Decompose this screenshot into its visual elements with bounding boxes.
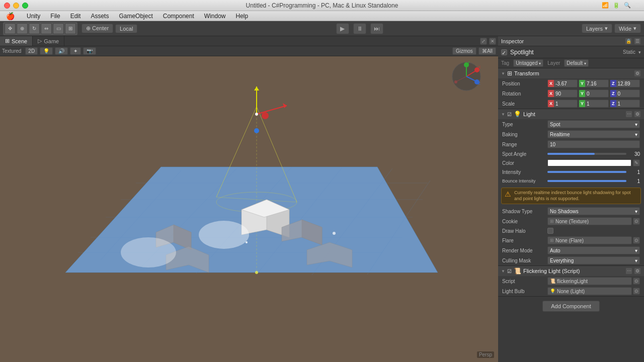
flare-field[interactable]: ⊞ None (Flare): [547, 236, 632, 244]
flickering-light-header[interactable]: ▼ ☑ 📜 Flickering Light (Script) ⋯ ⚙: [498, 266, 644, 276]
scale-x-field[interactable]: X 1: [547, 100, 578, 108]
light-type-dropdown[interactable]: Spot ▾: [547, 120, 640, 128]
range-field[interactable]: 10: [547, 140, 640, 148]
pause-button[interactable]: ⏸: [353, 23, 366, 34]
static-dropdown-icon[interactable]: ▾: [638, 50, 641, 55]
multi-tool[interactable]: ⊞: [65, 23, 76, 34]
shadow-type-dropdown[interactable]: No Shadows ▾: [547, 207, 640, 215]
flickering-dot-btn[interactable]: ⋯: [625, 267, 632, 275]
layer-dropdown[interactable]: Default ▾: [564, 59, 588, 67]
transform-settings-btn[interactable]: ⚙: [634, 70, 641, 77]
step-button[interactable]: ⏭: [370, 23, 383, 34]
inspector-menu-btn[interactable]: ☰: [634, 38, 641, 45]
inspector-scroll[interactable]: ✓ Spotlight Static ▾ Tag Untagged ▾ Laye…: [498, 46, 644, 362]
flare-select-btn[interactable]: ⊙: [633, 237, 640, 244]
tab-game[interactable]: ▷ Game: [33, 36, 64, 46]
light-checkbox[interactable]: ☑: [507, 112, 512, 117]
flickering-light-component: ▼ ☑ 📜 Flickering Light (Script) ⋯ ⚙ Scri…: [498, 266, 644, 297]
scale-z-val: 1: [616, 101, 640, 107]
apple-menu[interactable]: 🍎: [2, 12, 19, 21]
scene-viewport[interactable]: X Y Z Persp: [0, 56, 498, 362]
space-button[interactable]: Local: [115, 24, 137, 33]
flickering-checkbox[interactable]: ☑: [507, 268, 512, 274]
menu-icon[interactable]: ☰: [635, 2, 640, 9]
spot-angle-slider[interactable]: [547, 153, 626, 155]
add-component-button[interactable]: Add Component: [542, 301, 600, 312]
pivot-button[interactable]: ⊕ Center: [82, 24, 113, 33]
inspector-lock-btn[interactable]: 🔒: [625, 38, 632, 45]
tab-scene[interactable]: ⊞ Scene: [0, 36, 33, 46]
inspector-header: Inspector 🔒 ☰: [498, 36, 644, 46]
rot-y-field[interactable]: Y 0: [579, 89, 609, 98]
scale-tool[interactable]: ⇔: [41, 23, 52, 34]
cookie-select-btn[interactable]: ⊙: [633, 218, 640, 225]
pos-z-field[interactable]: Z 12.89: [610, 79, 640, 87]
cookie-label: Cookie: [502, 219, 547, 224]
menu-unity[interactable]: Unity: [23, 12, 44, 20]
intensity-slider[interactable]: [547, 171, 626, 173]
baking-dropdown[interactable]: Realtime ▾: [547, 130, 640, 138]
maximize-viewport-btn[interactable]: ⤢: [480, 38, 487, 45]
close-button[interactable]: [4, 3, 10, 9]
color-field[interactable]: [547, 159, 631, 166]
gizmos-button[interactable]: Gizmos: [452, 47, 476, 55]
light-bulb-field[interactable]: 💡 None (Light): [547, 287, 632, 295]
script-select-btn[interactable]: ⊙: [633, 278, 640, 285]
cookie-field[interactable]: ⊞ None (Texture): [547, 217, 632, 225]
menu-help[interactable]: Help: [231, 12, 252, 20]
light-bulb-select-btn[interactable]: ⊙: [633, 288, 640, 295]
draw-halo-checkbox[interactable]: [547, 228, 553, 234]
persp-label[interactable]: Persp: [477, 351, 494, 358]
audio-toggle[interactable]: 🔊: [55, 47, 68, 55]
camera-toggle[interactable]: 📷: [83, 47, 96, 55]
fullscreen-button[interactable]: [22, 3, 28, 9]
gizmos-all-shortcut[interactable]: ⌘All: [478, 47, 496, 55]
menu-edit[interactable]: Edit: [66, 12, 85, 20]
menu-component[interactable]: Component: [159, 12, 198, 20]
scene-gizmo[interactable]: X Y Z: [450, 60, 483, 94]
rotate-tool[interactable]: ↻: [29, 23, 40, 34]
object-active-checkbox[interactable]: ✓: [501, 49, 507, 55]
light-settings-btn[interactable]: ⚙: [634, 111, 641, 118]
menu-gameobject[interactable]: GameObject: [115, 12, 156, 20]
script-field[interactable]: 📜 flickeringLight: [547, 277, 632, 285]
pos-x-val: -3.67: [554, 81, 577, 86]
render-mode-dropdown[interactable]: Auto ▾: [547, 246, 640, 254]
culling-mask-dropdown[interactable]: Everything ▾: [547, 256, 640, 264]
layers-dropdown[interactable]: Layers ▾: [582, 24, 612, 33]
lighting-toggle[interactable]: 💡: [40, 47, 53, 55]
scale-y-field[interactable]: Y 1: [579, 100, 609, 108]
pos-x-field[interactable]: X -3.67: [547, 79, 578, 87]
scale-z-field[interactable]: Z 1: [610, 100, 640, 108]
rz-axis-label: Z: [610, 90, 616, 97]
bounce-value: 1: [628, 178, 640, 184]
hand-tool[interactable]: ✥: [5, 23, 16, 34]
rot-x-field[interactable]: X 90: [547, 89, 578, 98]
rot-x-val: 90: [554, 91, 577, 97]
script-row: Script 📜 flickeringLight ⊙: [498, 276, 644, 286]
bounce-slider[interactable]: [547, 180, 626, 182]
rot-z-field[interactable]: Z 0: [610, 89, 640, 98]
rect-tool[interactable]: ▭: [53, 23, 64, 34]
svg-point-28: [199, 221, 249, 249]
tag-dropdown[interactable]: Untagged ▾: [513, 59, 543, 67]
transform-header[interactable]: ▼ ⊞ Transform ⚙: [498, 68, 644, 78]
light-dot-btn[interactable]: ⋯: [625, 111, 632, 118]
menu-window[interactable]: Window: [200, 12, 230, 20]
battery-icon: 🔋: [613, 2, 620, 9]
pos-y-field[interactable]: Y 7.16: [579, 79, 609, 87]
play-button[interactable]: ▶: [336, 23, 349, 34]
menu-assets[interactable]: Assets: [87, 12, 113, 20]
flickering-settings-btn[interactable]: ⚙: [634, 267, 641, 275]
2d-toggle[interactable]: 2D: [25, 47, 38, 55]
search-icon[interactable]: 🔍: [624, 2, 631, 9]
effects-toggle[interactable]: ✦: [70, 47, 81, 55]
menu-file[interactable]: File: [46, 12, 64, 20]
close-viewport-btn[interactable]: ✕: [489, 38, 496, 45]
minimize-button[interactable]: [13, 3, 19, 9]
svg-point-27: [121, 237, 176, 267]
layout-dropdown[interactable]: Wide ▾: [614, 24, 641, 33]
color-edit-btn[interactable]: ✎: [633, 159, 640, 166]
light-header[interactable]: ▼ ☑ 💡 Light ⋯ ⚙: [498, 109, 644, 119]
move-tool[interactable]: ⊕: [17, 23, 28, 34]
